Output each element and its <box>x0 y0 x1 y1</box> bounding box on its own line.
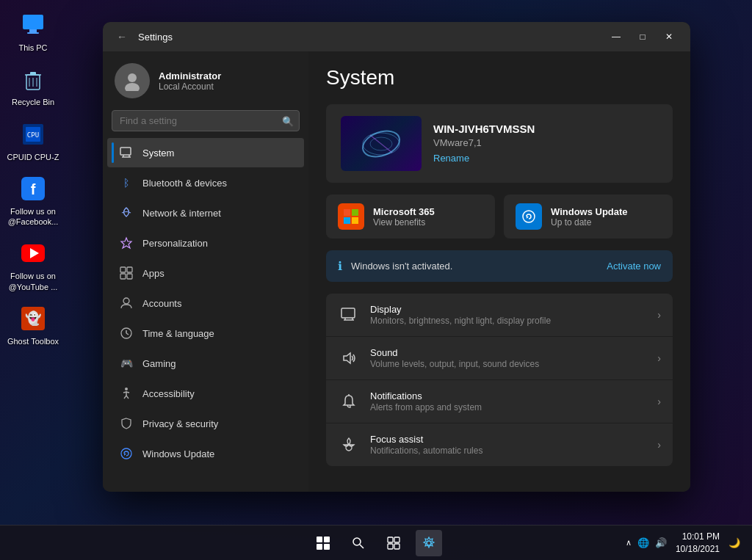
svg-rect-52 <box>394 537 400 542</box>
settings-window: ← Settings — □ ✕ <box>103 22 690 492</box>
sidebar-item-privacy-label: Privacy & security <box>142 418 218 429</box>
back-button[interactable]: ← <box>112 26 132 47</box>
sidebar-item-personalization-label: Personalization <box>142 238 208 249</box>
setting-row-display[interactable]: Display Monitors, brightness, night ligh… <box>326 294 673 336</box>
sidebar-profile[interactable]: Administrator Local Account <box>103 51 308 107</box>
desktop-icon-youtube[interactable]: Follow us on @YouTube ... <box>4 236 62 295</box>
sidebar-item-privacy[interactable]: Privacy & security <box>107 409 304 438</box>
focus-assist-text: Focus assist Notifications, automatic ru… <box>370 434 647 456</box>
desktop-icon-facebook[interactable]: f Follow us on @Facebook... <box>4 171 62 230</box>
title-bar-left: ← Settings <box>112 26 173 47</box>
notifications-subtitle: Alerts from apps and system <box>370 402 647 412</box>
quick-card-ms365[interactable]: Microsoft 365 View benefits <box>326 194 495 239</box>
task-view-button[interactable] <box>380 530 407 556</box>
sidebar-item-network-label: Network & internet <box>142 208 221 219</box>
ghost-toolbox-icon: 👻 <box>18 304 48 333</box>
device-info: WIN-JIVH6TVMSSN VMware7,1 Rename <box>433 123 658 164</box>
this-pc-icon <box>18 10 48 40</box>
maximize-button[interactable]: □ <box>630 26 655 48</box>
sidebar-item-gaming-label: Gaming <box>142 358 176 369</box>
ms365-icon <box>338 203 364 230</box>
close-button[interactable]: ✕ <box>657 26 682 48</box>
sidebar-item-personalization[interactable]: Personalization <box>107 228 304 258</box>
desktop-icon-this-pc[interactable]: This PC <box>4 7 62 56</box>
desktop-icon-ghost-toolbox-label: Ghost Toolbox <box>7 336 59 346</box>
start-button[interactable] <box>310 530 336 556</box>
desktop-icon-ghost-toolbox[interactable]: 👻 Ghost Toolbox <box>4 301 62 349</box>
sound-title: Sound <box>370 347 647 358</box>
svg-point-49 <box>353 538 361 545</box>
rename-link[interactable]: Rename <box>433 153 469 164</box>
svg-text:👻: 👻 <box>25 310 42 327</box>
svg-text:f: f <box>31 181 36 197</box>
sidebar-item-windows-update[interactable]: Windows Update <box>107 439 304 468</box>
taskbar-settings-button[interactable] <box>416 530 442 556</box>
taskbar-time-display: 10:01 PM <box>676 531 720 543</box>
notifications-taskbar-icon[interactable]: 🌙 <box>728 537 740 548</box>
sidebar-item-accounts[interactable]: Accounts <box>107 288 304 318</box>
svg-marker-46 <box>344 353 350 363</box>
sidebar-item-accessibility-label: Accessibility <box>142 388 195 399</box>
profile-name: Administrator <box>159 70 297 81</box>
minimize-button[interactable]: — <box>604 26 629 48</box>
desktop-icon-cpuid[interactable]: CPU CPUID CPU-Z <box>4 117 62 165</box>
notifications-text: Notifications Alerts from apps and syste… <box>370 390 647 412</box>
system-icon <box>119 145 134 160</box>
sidebar-item-accessibility[interactable]: Accessibility <box>107 379 304 408</box>
sidebar-item-system[interactable]: System <box>107 138 304 167</box>
sidebar-item-gaming[interactable]: 🎮 Gaming <box>107 349 304 378</box>
sidebar-item-windows-update-label: Windows Update <box>142 448 214 459</box>
page-title: System <box>326 66 673 90</box>
chevron-up-icon[interactable]: ∧ <box>626 538 632 548</box>
network-status-icon[interactable]: 🌐 <box>637 537 649 548</box>
svg-rect-24 <box>120 267 126 272</box>
bluetooth-icon: ᛒ <box>119 175 134 190</box>
search-input[interactable] <box>112 110 300 131</box>
taskbar: ∧ 🌐 🔊 10:01 PM 10/18/2021 🌙 <box>0 525 752 560</box>
taskbar-right: ∧ 🌐 🔊 10:01 PM 10/18/2021 🌙 <box>626 531 740 556</box>
facebook-icon: f <box>18 174 48 203</box>
taskbar-clock[interactable]: 10:01 PM 10/18/2021 <box>676 531 720 556</box>
windows-logo-icon <box>317 537 330 550</box>
quick-actions-row: Microsoft 365 View benefits Windows Upda… <box>326 194 673 239</box>
activation-notice: ℹ Windows isn't activated. Activate now <box>326 250 673 282</box>
volume-icon[interactable]: 🔊 <box>655 537 667 548</box>
winupdate-info: Windows Update Up to date <box>551 206 628 228</box>
desktop-icon-recycle-bin[interactable]: Recycle Bin <box>4 62 62 110</box>
taskbar-sys-icons: ∧ 🌐 🔊 <box>626 537 667 548</box>
sidebar-item-bluetooth[interactable]: ᛒ Bluetooth & devices <box>107 168 304 197</box>
svg-rect-20 <box>120 148 131 155</box>
sidebar-item-apps[interactable]: Apps <box>107 258 304 288</box>
setting-row-focus-assist[interactable]: Focus assist Notifications, automatic ru… <box>326 423 673 466</box>
svg-point-32 <box>125 388 128 390</box>
focus-assist-icon <box>338 434 360 456</box>
quick-card-winupdate[interactable]: Windows Update Up to date <box>504 194 673 239</box>
ms365-title: Microsoft 365 <box>373 206 435 217</box>
svg-rect-54 <box>394 544 400 549</box>
taskbar-search-button[interactable] <box>345 530 372 556</box>
time-icon <box>119 326 134 341</box>
svg-rect-42 <box>341 308 355 318</box>
svg-rect-51 <box>388 537 393 542</box>
svg-point-28 <box>123 298 129 304</box>
window-body: Administrator Local Account 🔍 System <box>103 51 690 492</box>
recycle-bin-icon <box>18 65 48 94</box>
winupdate-icon <box>516 203 542 230</box>
sidebar-item-accounts-label: Accounts <box>142 298 181 309</box>
sidebar-item-network[interactable]: Network & internet <box>107 198 304 228</box>
window-title: Settings <box>138 32 173 43</box>
display-subtitle: Monitors, brightness, night light, displ… <box>370 316 647 326</box>
setting-row-notifications[interactable]: Notifications Alerts from apps and syste… <box>326 380 673 423</box>
activate-now-button[interactable]: Activate now <box>607 261 661 272</box>
sound-subtitle: Volume levels, output, input, sound devi… <box>370 359 647 369</box>
sidebar-item-time[interactable]: Time & language <box>107 319 304 348</box>
desktop-icon-facebook-label: Follow us on @Facebook... <box>7 206 59 228</box>
cpuid-icon: CPU <box>18 120 48 149</box>
desktop-icons: This PC Recycle Bin CPU CPUID CPU-Z <box>0 0 66 514</box>
desktop-icon-cpuid-label: CPUID CPU-Z <box>7 152 59 162</box>
privacy-icon <box>119 416 134 431</box>
settings-rows: Display Monitors, brightness, night ligh… <box>326 294 673 466</box>
winupdate-subtitle: Up to date <box>551 217 628 228</box>
svg-rect-5 <box>30 72 36 75</box>
setting-row-sound[interactable]: Sound Volume levels, output, input, soun… <box>326 337 673 379</box>
